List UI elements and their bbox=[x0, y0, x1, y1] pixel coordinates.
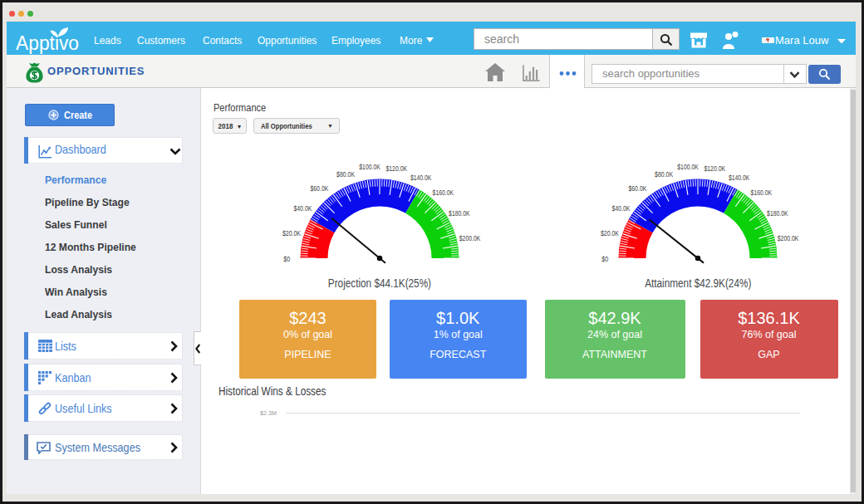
svg-text:$120.0K: $120.0K bbox=[385, 164, 407, 173]
svg-text:$20.0K: $20.0K bbox=[601, 229, 619, 237]
svg-text:$20.0K: $20.0K bbox=[282, 229, 301, 237]
svg-text:$140.0K: $140.0K bbox=[410, 174, 431, 182]
svg-text:$200.0K: $200.0K bbox=[459, 234, 480, 242]
svg-text:$80.0K: $80.0K bbox=[655, 170, 673, 179]
svg-text:$60.0K: $60.0K bbox=[628, 184, 646, 193]
svg-text:$180.0K: $180.0K bbox=[767, 209, 788, 218]
svg-text:$200.0K: $200.0K bbox=[778, 234, 799, 242]
svg-text:$40.0K: $40.0K bbox=[293, 204, 312, 213]
svg-text:$100.0K: $100.0K bbox=[677, 163, 699, 171]
svg-text:$160.0K: $160.0K bbox=[432, 188, 454, 197]
svg-text:$60.0K: $60.0K bbox=[310, 184, 328, 193]
svg-text:$80.0K: $80.0K bbox=[336, 170, 355, 179]
svg-text:$40.0K: $40.0K bbox=[611, 204, 630, 213]
svg-text:$160.0K: $160.0K bbox=[751, 188, 773, 197]
svg-text:$140.0K: $140.0K bbox=[729, 174, 750, 182]
svg-text:$0: $0 bbox=[283, 255, 290, 263]
svg-text:$100.0K: $100.0K bbox=[359, 163, 380, 171]
svg-text:$120.0K: $120.0K bbox=[704, 164, 726, 173]
svg-text:$0: $0 bbox=[601, 255, 608, 263]
svg-text:$180.0K: $180.0K bbox=[449, 209, 470, 218]
